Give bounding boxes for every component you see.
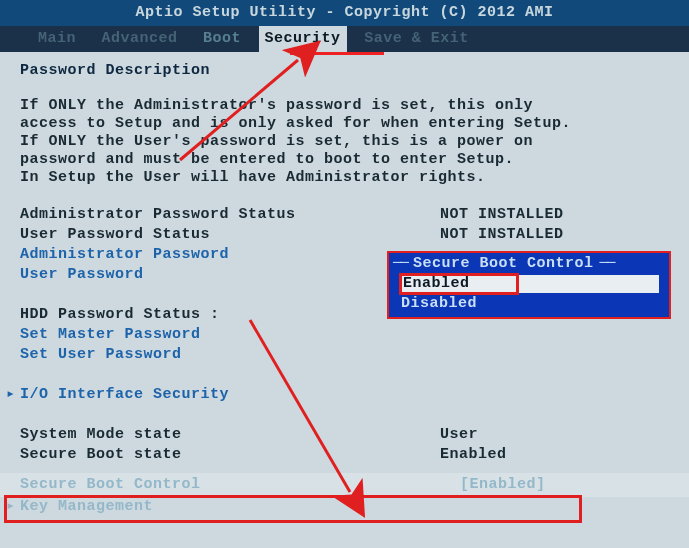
row-set-master-pw[interactable]: Set Master Password bbox=[20, 325, 689, 345]
label-admin-pw: Administrator Password bbox=[20, 245, 440, 265]
label-system-mode-state: System Mode state bbox=[20, 425, 440, 445]
submenu-triangle-icon: ▸ bbox=[6, 497, 16, 517]
row-user-pw-status: User Password Status NOT INSTALLED bbox=[20, 225, 689, 245]
popup-title-row: ── Secure Boot Control ── bbox=[389, 255, 669, 273]
value-admin-pw-status: NOT INSTALLED bbox=[440, 205, 564, 225]
bios-tab-row: Main Advanced Boot Security Save & Exit bbox=[0, 26, 689, 52]
value-secure-boot-state: Enabled bbox=[440, 445, 507, 465]
label-hdd-pw-status: HDD Password Status : bbox=[20, 305, 440, 325]
row-secure-boot-control[interactable]: Secure Boot Control [Enabled] bbox=[0, 473, 689, 497]
password-description-text: If ONLY the Administrator's password is … bbox=[20, 97, 689, 187]
row-io-interface-security[interactable]: ▸ I/O Interface Security bbox=[20, 385, 689, 405]
label-admin-pw-status: Administrator Password Status bbox=[20, 205, 440, 225]
tab-save-exit[interactable]: Save & Exit bbox=[356, 26, 477, 52]
label-io-interface-security: I/O Interface Security bbox=[20, 385, 440, 405]
popup-secure-boot-control: ── Secure Boot Control ── Enabled Disabl… bbox=[387, 251, 671, 319]
value-system-mode-state: User bbox=[440, 425, 478, 445]
tab-advanced[interactable]: Advanced bbox=[94, 26, 186, 52]
annotation-underline-security bbox=[290, 52, 384, 55]
label-user-pw: User Password bbox=[20, 265, 440, 285]
row-key-management[interactable]: ▸ Key Management bbox=[20, 497, 689, 517]
value-user-pw-status: NOT INSTALLED bbox=[440, 225, 564, 245]
label-set-user-pw: Set User Password bbox=[20, 345, 440, 365]
row-system-mode-state: System Mode state User bbox=[20, 425, 689, 445]
section-heading: Password Description bbox=[20, 62, 689, 79]
bios-title-bar: Aptio Setup Utility - Copyright (C) 2012… bbox=[0, 0, 689, 26]
tab-security[interactable]: Security bbox=[259, 26, 347, 52]
submenu-triangle-icon: ▸ bbox=[6, 385, 16, 405]
label-user-pw-status: User Password Status bbox=[20, 225, 440, 245]
label-set-master-pw: Set Master Password bbox=[20, 325, 440, 345]
value-secure-boot-control: [Enabled] bbox=[460, 473, 546, 497]
label-secure-boot-state: Secure Boot state bbox=[20, 445, 440, 465]
label-secure-boot-control: Secure Boot Control bbox=[20, 473, 460, 497]
row-admin-pw-status: Administrator Password Status NOT INSTAL… bbox=[20, 205, 689, 225]
popup-title: Secure Boot Control bbox=[407, 255, 600, 273]
popup-option-enabled[interactable]: Enabled bbox=[399, 275, 659, 293]
popup-option-disabled[interactable]: Disabled bbox=[389, 295, 669, 313]
row-set-user-pw[interactable]: Set User Password bbox=[20, 345, 689, 365]
bios-title: Aptio Setup Utility - Copyright (C) 2012… bbox=[135, 4, 553, 21]
tab-main[interactable]: Main bbox=[30, 26, 84, 52]
tab-boot[interactable]: Boot bbox=[195, 26, 249, 52]
label-key-management: Key Management bbox=[20, 497, 440, 517]
row-secure-boot-state: Secure Boot state Enabled bbox=[20, 445, 689, 465]
